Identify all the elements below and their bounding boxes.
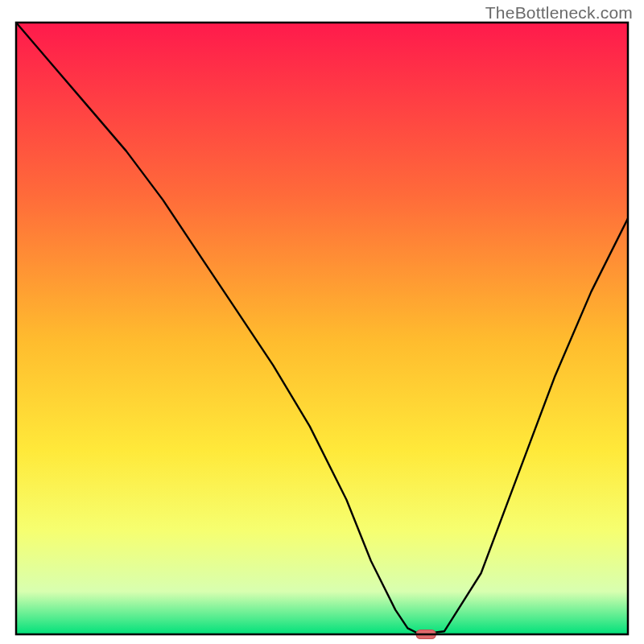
plot-gradient-background [16,23,628,634]
chart-stage: TheBottleneck.com [0,0,644,644]
watermark-text: TheBottleneck.com [485,3,633,23]
bottleneck-chart [0,0,644,644]
